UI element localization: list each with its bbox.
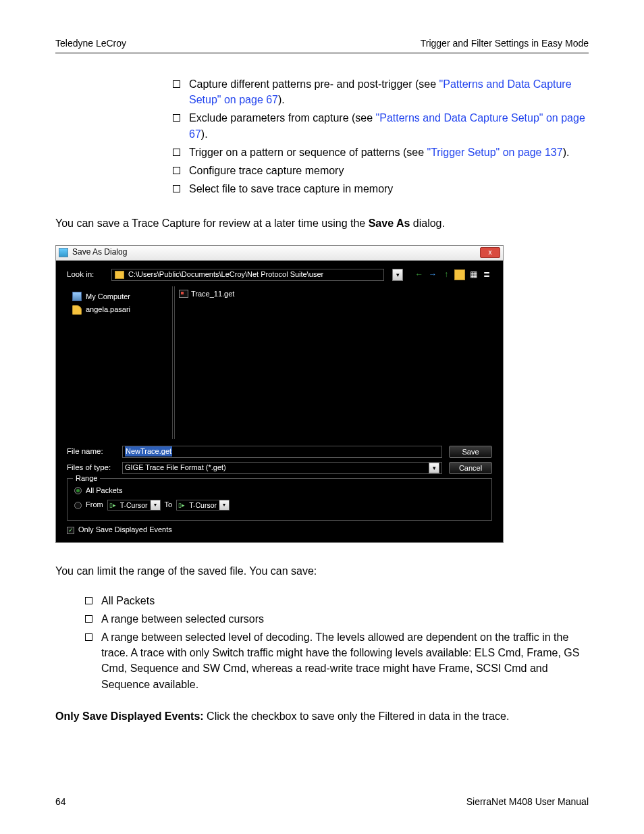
sidebar-item-mycomputer[interactable]: My Computer <box>70 290 169 304</box>
sidebar-item-user[interactable]: angela.pasari <box>70 303 169 317</box>
folder-icon <box>115 271 124 279</box>
app-icon <box>59 248 68 257</box>
cancel-button[interactable]: Cancel <box>449 462 492 474</box>
back-icon[interactable]: ← <box>414 269 425 280</box>
dialog-title: Save As Dialog <box>72 246 127 258</box>
page-header: Teledyne LeCroy Trigger and Filter Setti… <box>55 38 589 53</box>
bullet-list-1: Capture different patterns pre- and post… <box>173 76 589 197</box>
grid-view-icon[interactable]: ▦ <box>468 269 479 280</box>
lookin-label: Look in: <box>67 269 103 280</box>
header-left: Teledyne LeCroy <box>55 38 126 49</box>
file-item[interactable]: Trace_11.get <box>179 289 488 300</box>
filename-input[interactable]: NewTrace.get <box>122 446 442 458</box>
sidebar: My Computer angela.pasari <box>67 286 172 439</box>
computer-icon <box>72 292 82 301</box>
path-combobox[interactable]: C:\Users\Public\Documents\LeCroy\Net Pro… <box>111 269 384 281</box>
to-cursor-dropdown[interactable]: ▯▸ T-Cursor ▾ <box>176 500 230 511</box>
cursor-icon: ▯▸ <box>177 500 186 510</box>
chevron-down-icon: ▾ <box>429 463 439 473</box>
page-number: 64 <box>55 796 66 807</box>
new-folder-icon[interactable] <box>454 269 465 280</box>
only-save-checkbox[interactable]: ✓ <box>67 527 74 534</box>
list-item: Trigger on a pattern or sequence of patt… <box>173 145 589 160</box>
header-right: Trigger and Filter Settings in Easy Mode <box>421 38 589 49</box>
list-item: All Packets <box>85 593 589 608</box>
path-dropdown-button[interactable]: ▾ <box>392 269 403 281</box>
forward-icon[interactable]: → <box>427 269 438 280</box>
from-label: From <box>86 500 103 511</box>
range-legend: Range <box>73 473 100 484</box>
save-as-dialog: Save As Dialog x Look in: C:\Users\Publi… <box>55 245 504 544</box>
paragraph: Only Save Displayed Events: Click the ch… <box>55 708 589 724</box>
path-text: C:\Users\Public\Documents\LeCroy\Net Pro… <box>128 269 323 280</box>
bullet-list-2: All Packets A range between selected cur… <box>85 593 589 692</box>
to-label: To <box>165 500 173 511</box>
doc-title: SierraNet M408 User Manual <box>466 796 589 807</box>
list-item: Configure trace capture memory <box>173 163 589 178</box>
list-item: A range between selected level of decodi… <box>85 629 589 692</box>
range-fieldset: Range All Packets From ▯▸ T-Cursor ▾ <box>67 478 492 521</box>
only-save-label: Only Save Displayed Events <box>78 525 172 536</box>
list-item: Exclude parameters from capture (see "Pa… <box>173 110 589 141</box>
link-trigger[interactable]: "Trigger Setup" on page 137 <box>427 147 563 158</box>
radio-from[interactable] <box>74 502 82 509</box>
chevron-down-icon: ▾ <box>219 500 229 510</box>
close-button[interactable]: x <box>480 247 500 258</box>
chevron-down-icon: ▾ <box>151 500 160 510</box>
from-cursor-dropdown[interactable]: ▯▸ T-Cursor ▾ <box>107 500 161 511</box>
file-list[interactable]: Trace_11.get <box>175 286 492 439</box>
list-item: Select file to save trace capture in mem… <box>173 181 589 197</box>
page-footer: 64 SierraNet M408 User Manual <box>55 796 589 807</box>
user-folder-icon <box>72 305 82 315</box>
radio-all-packets[interactable] <box>74 487 82 494</box>
list-item: Capture different patterns pre- and post… <box>173 76 589 107</box>
save-button[interactable]: Save <box>449 446 492 458</box>
filename-label: File name: <box>67 446 115 457</box>
up-icon[interactable]: ↑ <box>441 269 452 280</box>
list-view-icon[interactable]: ≣ <box>481 269 492 280</box>
filetype-dropdown[interactable]: GIGE Trace File Format (*.get) ▾ <box>122 462 442 474</box>
filetype-label: Files of type: <box>67 462 115 473</box>
radio-all-packets-label: All Packets <box>86 486 122 496</box>
paragraph: You can save a Trace Capture for review … <box>55 215 589 231</box>
list-item: A range between selected cursors <box>85 611 589 627</box>
paragraph: You can limit the range of the saved fil… <box>55 563 589 579</box>
dialog-titlebar[interactable]: Save As Dialog x <box>56 246 503 261</box>
file-icon <box>179 290 188 298</box>
cursor-icon: ▯▸ <box>108 500 117 510</box>
